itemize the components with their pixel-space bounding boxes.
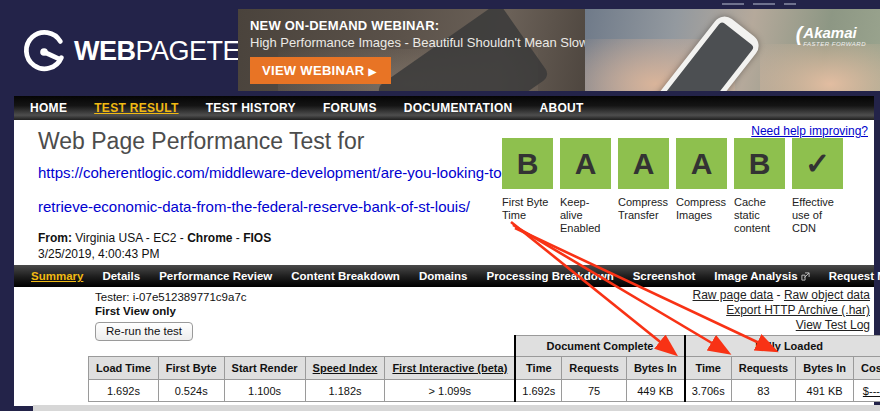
nav-test-history[interactable]: TEST HISTORY: [206, 101, 296, 115]
grade-box[interactable]: B: [502, 138, 553, 189]
tested-url-link-line1[interactable]: https://coherentlogic.com/middleware-dev…: [38, 158, 507, 188]
grade-box[interactable]: B: [734, 138, 785, 189]
result-tabs: Summary Details Performance Review Conte…: [14, 265, 874, 287]
nav-forums[interactable]: FORUMS: [323, 101, 377, 115]
ad-photo-panel: ( AkamaiFASTER FORWARD: [585, 9, 880, 91]
raw-object-data-link[interactable]: Raw object data: [784, 288, 870, 302]
data-links: Raw page data - Raw object data Export H…: [693, 288, 870, 333]
nav-about[interactable]: ABOUT: [539, 101, 583, 115]
grade-first-byte: B First Byte Time: [502, 138, 553, 235]
tester-id: Tester: i-07e512389771c9a7c: [95, 290, 247, 304]
tester-info: Tester: i-07e512389771c9a7c First View o…: [95, 290, 247, 341]
content-area: Web Page Performance Test for https://co…: [14, 120, 874, 406]
group-fully-loaded: Fully Loaded: [685, 336, 880, 357]
cropped-header-links: [722, 0, 872, 6]
title-block: Web Page Performance Test for https://co…: [38, 128, 507, 261]
col-start-render: Start Render: [224, 357, 305, 380]
grade-label: Effective use of CDN: [792, 196, 843, 235]
col-fl-requests: Requests: [731, 357, 796, 380]
raw-page-data-link[interactable]: Raw page data: [693, 288, 774, 302]
table-data-row: 1.692s 0.524s 1.100s 1.182s > 1.099s 1.6…: [89, 380, 880, 402]
col-fl-time: Time: [685, 357, 732, 380]
table-group-header-row: Document Complete Fully Loaded: [89, 336, 880, 357]
grade-compress-images: A Compress Images: [676, 138, 727, 235]
grade-box[interactable]: A: [560, 138, 611, 189]
hand-shape: [760, 44, 880, 91]
results-table: Document Complete Fully Loaded Load Time…: [88, 335, 880, 402]
play-arrow-icon: ▶: [369, 66, 377, 77]
need-help-link[interactable]: Need help improving?: [751, 124, 868, 138]
value-dc-bytes-in: 449 KB: [626, 380, 684, 402]
grade-box-checkmark[interactable]: ✓: [792, 138, 843, 189]
tab-processing-breakdown[interactable]: Processing Breakdown: [486, 270, 613, 282]
value-load-time: 1.692s: [89, 380, 159, 402]
akamai-logo: ( AkamaiFASTER FORWARD: [796, 25, 866, 47]
tab-screenshot[interactable]: Screenshot: [633, 270, 696, 282]
col-dc-bytes-in: Bytes In: [626, 357, 684, 380]
value-start-render: 1.100s: [224, 380, 305, 402]
webpagetest-logo[interactable]: WEBPAGETEST: [22, 28, 274, 74]
tab-performance-review[interactable]: Performance Review: [159, 270, 272, 282]
ad-subheadline: High Performance Images - Beautiful Shou…: [250, 35, 585, 50]
grade-label: Cache static content: [734, 196, 785, 235]
tab-domains[interactable]: Domains: [419, 270, 468, 282]
col-fl-bytes-in: Bytes In: [796, 357, 854, 380]
value-fl-time: 3.706s: [685, 380, 732, 402]
value-speed-index: 1.182s: [305, 380, 385, 402]
empty-cell: [89, 336, 516, 357]
value-first-byte: 0.524s: [158, 380, 224, 402]
akamai-webinar-ad[interactable]: NEW ON-DEMAND WEBINAR: High Performance …: [238, 9, 880, 91]
col-speed-index-link[interactable]: Speed Index: [305, 357, 385, 380]
view-webinar-button[interactable]: VIEW WEBINAR▶: [250, 57, 391, 84]
next-section-edge: [33, 405, 880, 411]
grade-compress-transfer: A Compress Transfer: [618, 138, 669, 235]
grade-keep-alive: A Keep-alive Enabled: [560, 138, 611, 235]
grade-box[interactable]: A: [618, 138, 669, 189]
view-test-log-link[interactable]: View Test Log: [796, 318, 870, 332]
col-first-interactive-link[interactable]: First Interactive (beta): [385, 357, 515, 380]
tab-content-breakdown[interactable]: Content Breakdown: [291, 270, 400, 282]
tab-summary[interactable]: Summary: [31, 270, 83, 282]
col-cost: Cost: [854, 357, 880, 380]
value-dc-requests: 75: [562, 380, 627, 402]
table-header-row: Load Time First Byte Start Render Speed …: [89, 357, 880, 380]
value-cost-link[interactable]: $----: [854, 380, 880, 402]
speedometer-icon: [22, 28, 68, 74]
group-document-complete: Document Complete: [515, 336, 684, 357]
tab-image-analysis[interactable]: Image Analysis: [714, 270, 809, 282]
top-banner-area: WEBPAGETEST NEW ON-DEMAND WEBINAR: High …: [0, 0, 880, 96]
grade-label: Compress Transfer: [618, 196, 669, 222]
nav-test-result[interactable]: TEST RESULT: [94, 101, 178, 115]
value-fl-requests: 83: [731, 380, 796, 402]
nav-documentation[interactable]: DOCUMENTATION: [404, 101, 513, 115]
tab-request-map[interactable]: Request Map: [829, 270, 880, 282]
external-link-icon: [801, 272, 810, 281]
tested-url-link-line2[interactable]: retrieve-economic-data-from-the-federal-…: [38, 192, 507, 222]
grade-cache-static: B Cache static content: [734, 138, 785, 235]
grade-badges: B First Byte Time A Keep-alive Enabled A…: [502, 138, 843, 235]
grade-label: First Byte Time: [502, 196, 553, 222]
grade-label: Compress Images: [676, 196, 727, 222]
value-fl-bytes-in: 491 KB: [796, 380, 854, 402]
export-har-link[interactable]: Export HTTP Archive (.har): [726, 303, 870, 317]
col-dc-requests: Requests: [562, 357, 627, 380]
col-load-time: Load Time: [89, 357, 159, 380]
ad-headline: NEW ON-DEMAND WEBINAR:: [250, 18, 439, 33]
test-location: From: Virginia USA - EC2 - Chrome - FIOS: [38, 231, 507, 245]
tab-details[interactable]: Details: [102, 270, 140, 282]
col-first-byte: First Byte: [158, 357, 224, 380]
value-dc-time: 1.692s: [515, 380, 562, 402]
page-title: Web Page Performance Test for: [38, 128, 507, 154]
test-date: 3/25/2019, 4:00:43 PM: [38, 247, 507, 261]
akamai-swoosh-icon: (: [796, 25, 803, 43]
value-first-interactive: > 1.099s: [385, 380, 515, 402]
col-dc-time: Time: [515, 357, 562, 380]
grade-label: Keep-alive Enabled: [560, 196, 611, 235]
grade-box[interactable]: A: [676, 138, 727, 189]
ad-text-panel: NEW ON-DEMAND WEBINAR: High Performance …: [238, 9, 585, 91]
first-view-label: First View only: [95, 304, 247, 318]
grade-cdn: ✓ Effective use of CDN: [792, 138, 843, 235]
main-nav: HOME TEST RESULT TEST HISTORY FORUMS DOC…: [14, 96, 874, 120]
nav-home[interactable]: HOME: [30, 101, 67, 115]
